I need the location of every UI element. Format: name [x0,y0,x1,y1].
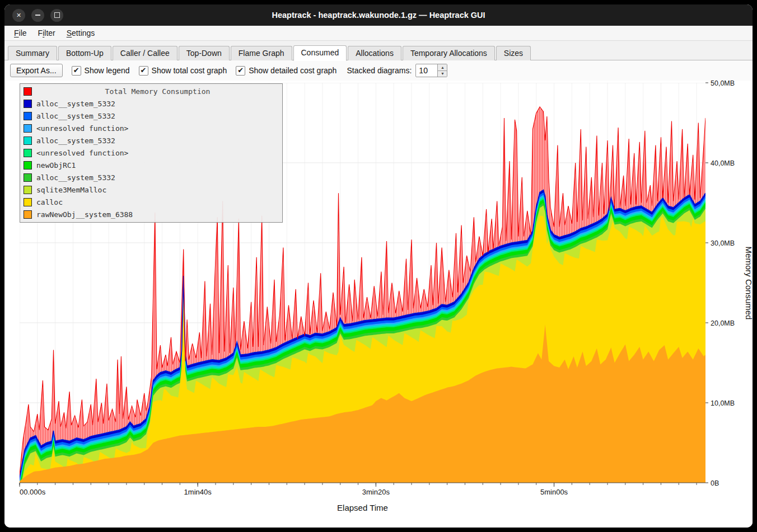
checkbox-show-legend[interactable]: ✔Show legend [72,66,130,76]
checkbox-label: Show legend [85,66,130,75]
legend-swatch [24,210,32,219]
legend-row: <unresolved function> [20,147,282,159]
legend-swatch [24,149,32,157]
stacked-diagrams-group: Stacked diagrams: 10 ▲ ▼ [347,64,447,77]
svg-text:30,0MB: 30,0MB [711,239,735,247]
legend-row: newObjRC1 [20,159,282,171]
legend-label: newObjRC1 [36,161,76,170]
menu-settings[interactable]: Settings [62,27,100,39]
checkbox-icon: ✔ [236,66,245,76]
tab-temporary-allocations[interactable]: Temporary Allocations [403,46,495,60]
svg-text:Elapsed Time: Elapsed Time [337,503,388,512]
svg-text:00.000s: 00.000s [20,488,46,496]
tab-sizes[interactable]: Sizes [496,46,531,60]
window-controls: ✕ [12,4,63,26]
svg-text:1min40s: 1min40s [184,488,212,496]
export-as-button[interactable]: Export As... [10,64,63,77]
legend-row: rawNewObj__system_6388 [20,208,282,220]
legend-label: sqlite3MemMalloc [36,186,106,194]
maximize-button[interactable] [50,9,63,22]
chart-legend: Total Memory Consumptionalloc__system_53… [20,83,283,223]
svg-text:0B: 0B [711,479,719,487]
spin-down-button[interactable]: ▼ [438,70,447,77]
tab-summary[interactable]: Summary [8,46,57,60]
checkbox-show-total-cost-graph[interactable]: ✔Show total cost graph [139,66,227,76]
svg-text:10,0MB: 10,0MB [711,399,735,407]
legend-swatch [24,124,32,133]
maximize-icon [54,12,60,18]
checkbox-label: Show total cost graph [152,66,227,75]
legend-swatch [24,173,32,182]
legend-swatch [24,198,32,206]
chart-area: 00.000s1min40s3min20s5min00s0B10,0MB20,0… [4,81,753,528]
tab-bottom-up[interactable]: Bottom-Up [58,46,111,60]
stacked-diagrams-label: Stacked diagrams: [347,66,412,75]
legend-swatch [24,136,32,145]
checkbox-label: Show detailed cost graph [249,66,337,75]
toolbar: Export As... ✔Show legend✔Show total cos… [4,60,753,81]
legend-label: <unresolved function> [36,124,128,133]
tab-allocations[interactable]: Allocations [348,46,401,60]
menu-file[interactable]: File [9,27,32,39]
title-bar: ✕ Heaptrack - heaptrack.wakunode.1.gz — … [4,4,753,26]
app-window: ✕ Heaptrack - heaptrack.wakunode.1.gz — … [4,4,753,528]
legend-label: calloc [36,198,63,206]
tab-bar: SummaryBottom-UpCaller / CalleeTop-DownF… [4,41,753,60]
checkbox-icon: ✔ [139,66,148,76]
svg-text:3min20s: 3min20s [362,488,390,496]
tab-consumed[interactable]: Consumed [293,45,347,61]
svg-text:Memory Consumed: Memory Consumed [744,247,753,320]
legend-swatch [24,100,32,108]
svg-text:20,0MB: 20,0MB [711,319,735,327]
menu-bar: FileFilterSettings [4,26,753,41]
checkbox-icon: ✔ [72,66,81,76]
svg-text:40,0MB: 40,0MB [711,159,735,167]
spin-up-button[interactable]: ▲ [438,64,447,70]
spinbox-buttons: ▲ ▼ [437,64,447,77]
close-button[interactable]: ✕ [12,9,25,22]
stacked-diagrams-spinbox[interactable]: 10 ▲ ▼ [415,64,447,77]
minimize-icon [35,15,40,16]
svg-text:50,0MB: 50,0MB [711,81,735,87]
legend-label: alloc__system_5332 [36,112,115,120]
legend-swatch [24,161,32,170]
legend-row: alloc__system_5332 [20,134,282,147]
close-icon: ✕ [16,12,21,19]
legend-row: alloc__system_5332 [20,97,282,110]
tab-caller-callee[interactable]: Caller / Callee [113,46,177,60]
legend-row: <unresolved function> [20,122,282,134]
legend-row: calloc [20,196,282,208]
minimize-button[interactable] [31,9,44,22]
svg-text:5min00s: 5min00s [540,488,568,496]
legend-row: sqlite3MemMalloc [20,183,282,196]
legend-swatch [24,112,32,120]
legend-label: alloc__system_5332 [36,100,115,108]
legend-row: alloc__system_5332 [20,110,282,122]
legend-label: alloc__system_5332 [36,173,115,182]
legend-swatch [24,186,32,194]
tab-flame-graph[interactable]: Flame Graph [231,46,292,60]
legend-label: <unresolved function> [36,149,128,157]
tab-top-down[interactable]: Top-Down [179,46,230,60]
checkbox-group: ✔Show legend✔Show total cost graph✔Show … [72,66,337,76]
stacked-diagrams-value[interactable]: 10 [416,64,437,77]
legend-row: alloc__system_5332 [20,171,282,183]
legend-label: alloc__system_5332 [36,136,115,145]
menu-filter[interactable]: Filter [33,27,60,39]
legend-title: Total Memory Consumption [36,87,279,96]
legend-swatch [24,87,32,96]
legend-label: rawNewObj__system_6388 [36,210,133,219]
checkbox-show-detailed-cost-graph[interactable]: ✔Show detailed cost graph [236,66,337,76]
window-title: Heaptrack - heaptrack.wakunode.1.gz — He… [272,11,485,20]
legend-title-row: Total Memory Consumption [20,85,282,97]
